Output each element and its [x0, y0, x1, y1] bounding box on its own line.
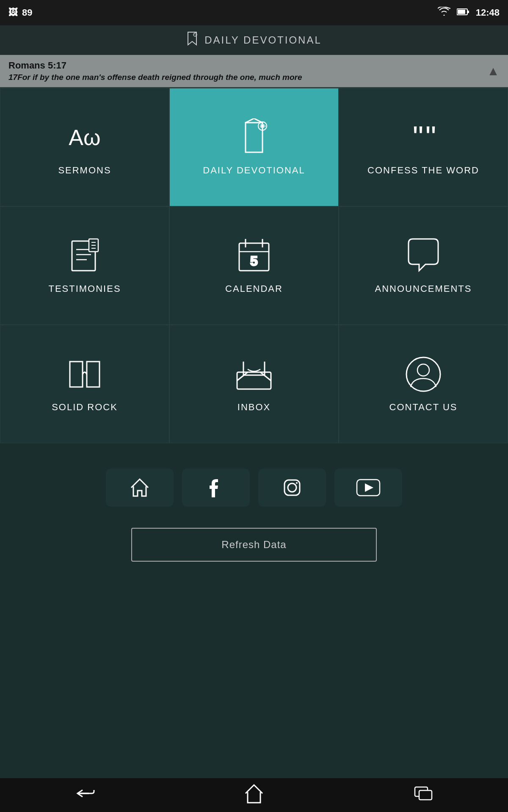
- solid-rock-icon: [66, 355, 104, 393]
- testimonies-label: TESTIMONIES: [48, 283, 121, 294]
- notification-count: 89: [22, 7, 32, 18]
- confess-label: CONFESS THE WORD: [367, 165, 479, 176]
- wifi-icon: [438, 7, 450, 19]
- inbox-label: INBOX: [237, 402, 271, 413]
- bottom-section: Refresh Data: [0, 443, 508, 579]
- app-header: DAILY DEVOTIONAL: [0, 25, 508, 55]
- chevron-up-icon: ▲: [487, 64, 500, 78]
- svg-text:5: 5: [250, 253, 258, 269]
- announcements-icon: [404, 237, 442, 275]
- grid-item-daily-devotional[interactable]: DAILY DEVOTIONAL: [169, 88, 339, 206]
- sermons-icon: Aω: [66, 118, 104, 156]
- calendar-icon: 5: [235, 237, 273, 275]
- contact-us-icon: [404, 355, 442, 393]
- nav-bar: [0, 778, 508, 812]
- svg-rect-1: [467, 11, 469, 13]
- home-button[interactable]: [231, 779, 277, 812]
- scripture-content: Romans 5:17 17For if by the one man's of…: [8, 60, 483, 82]
- svg-point-24: [406, 357, 440, 391]
- status-bar: 🖼 89 12:48: [0, 0, 508, 25]
- clock: 12:48: [476, 7, 500, 18]
- back-button[interactable]: [61, 782, 108, 809]
- main-grid: Aω SERMONS DAILY DEVOTIONAL " " CONFESS …: [0, 87, 508, 443]
- instagram-social-button[interactable]: [258, 469, 326, 507]
- scripture-banner[interactable]: Romans 5:17 17For if by the one man's of…: [0, 55, 508, 87]
- svg-rect-32: [419, 790, 432, 800]
- scripture-reference: Romans 5:17: [8, 60, 483, 71]
- grid-item-sermons[interactable]: Aω SERMONS: [0, 88, 169, 206]
- notification-icon: 🖼: [8, 7, 18, 18]
- youtube-social-button[interactable]: [334, 469, 402, 507]
- facebook-social-button[interactable]: [182, 469, 250, 507]
- grid-item-confess-the-word[interactable]: " " CONFESS THE WORD: [339, 88, 508, 206]
- inbox-icon: [235, 355, 273, 393]
- status-right: 12:48: [438, 7, 500, 19]
- app-title: DAILY DEVOTIONAL: [204, 34, 322, 46]
- solid-rock-label: SOLID ROCK: [52, 402, 118, 413]
- svg-marker-30: [365, 483, 373, 492]
- grid-item-calendar[interactable]: 5 CALENDAR: [169, 206, 339, 325]
- svg-point-25: [417, 364, 429, 376]
- daily-devotional-icon: [235, 118, 273, 156]
- grid-item-inbox[interactable]: INBOX: [169, 325, 339, 443]
- battery-icon: [457, 7, 469, 18]
- testimonies-icon: [66, 237, 104, 275]
- svg-point-28: [296, 482, 298, 484]
- svg-point-27: [288, 483, 296, 492]
- social-buttons: [106, 469, 402, 507]
- home-social-button[interactable]: [106, 469, 174, 507]
- contact-us-label: CONTACT US: [389, 402, 458, 413]
- refresh-data-button[interactable]: Refresh Data: [131, 528, 377, 562]
- grid-item-contact-us[interactable]: CONTACT US: [339, 325, 508, 443]
- grid-item-testimonies[interactable]: TESTIMONIES: [0, 206, 169, 325]
- calendar-label: CALENDAR: [225, 283, 283, 294]
- status-left: 🖼 89: [8, 7, 32, 18]
- daily-devotional-label: DAILY DEVOTIONAL: [203, 165, 305, 176]
- svg-rect-2: [458, 10, 465, 14]
- recents-button[interactable]: [400, 781, 447, 809]
- grid-item-solid-rock[interactable]: SOLID ROCK: [0, 325, 169, 443]
- grid-item-announcements[interactable]: ANNOUNCEMENTS: [339, 206, 508, 325]
- bookmark-icon: [186, 31, 198, 49]
- svg-line-4: [194, 34, 196, 36]
- sermons-label: SERMONS: [58, 165, 111, 176]
- svg-rect-26: [284, 480, 300, 495]
- announcements-label: ANNOUNCEMENTS: [375, 283, 472, 294]
- confess-icon: " ": [404, 118, 442, 156]
- scripture-text: 17For if by the one man's offense death …: [8, 73, 466, 82]
